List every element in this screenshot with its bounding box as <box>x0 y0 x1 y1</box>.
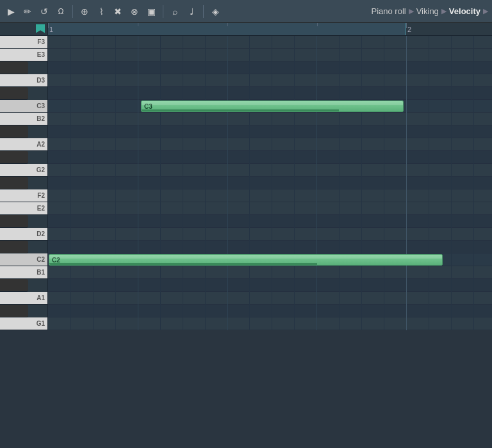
piano-key-Gb2[interactable] <box>0 177 28 189</box>
timeline-spacer <box>0 23 48 35</box>
breadcrumb-pianoroll[interactable]: Piano roll <box>371 6 406 16</box>
piano-key-Bb2[interactable] <box>0 125 28 138</box>
piano-key-Ab1[interactable] <box>0 305 28 317</box>
v-grid-sub <box>361 36 362 330</box>
piano-key-label-A1: A1 <box>37 294 45 301</box>
piano-key-label-D3: D3 <box>37 77 45 84</box>
piano-key-Bb1[interactable] <box>0 279 28 292</box>
v-grid-sub <box>205 36 206 330</box>
mute-icon[interactable]: ✖ <box>111 4 125 19</box>
v-grid-sub <box>451 36 452 330</box>
bar2-label: 2 <box>407 23 411 35</box>
piano-key-A2[interactable]: A2 <box>0 138 47 151</box>
piano-key-label-C2: C2 <box>37 256 45 263</box>
v-grid-bar <box>406 36 407 330</box>
piano-key-label-A2: A2 <box>37 141 45 148</box>
piano-key-label-F3: F3 <box>37 38 45 45</box>
piano-key-C3[interactable]: C3 <box>0 100 47 113</box>
piano-key-B1[interactable]: B1 <box>0 266 47 279</box>
piano-key-label-F2: F2 <box>37 192 45 199</box>
v-grid-sub <box>384 36 384 330</box>
note-c2-velocity <box>49 263 317 265</box>
v-grid-sub <box>93 36 94 330</box>
piano-key-E3[interactable]: E3 <box>0 49 47 61</box>
piano-key-D2[interactable]: D2 <box>0 228 47 241</box>
timeline: 1 2 <box>0 23 492 36</box>
piano-keyboard: F3E3D3C3B2A2G2F2E2D2C2B1A1G1 <box>0 36 48 330</box>
v-grid-sub <box>70 36 71 330</box>
sep3 <box>203 5 204 18</box>
breadcrumb-arrow3: ▶ <box>483 7 488 15</box>
note-c3-velocity <box>142 109 339 111</box>
piano-key-F3[interactable]: F3 <box>0 36 47 49</box>
piano-key-label-E3: E3 <box>37 51 45 58</box>
playhead-marker <box>36 24 45 33</box>
loop-icon[interactable]: ↺ <box>37 4 51 19</box>
piano-key-label-B2: B2 <box>37 115 45 122</box>
v-grid-sub <box>183 36 183 330</box>
breadcrumb-instrument[interactable]: Viking <box>416 6 439 16</box>
piano-key-C2[interactable]: C2 <box>0 253 47 266</box>
v-grid-beat <box>227 36 228 330</box>
breadcrumb-arrow2: ▶ <box>441 7 447 15</box>
v-grid-sub <box>294 36 295 330</box>
v-grid-sub <box>473 36 474 330</box>
piano-key-label-C3: C3 <box>37 102 45 109</box>
piano-key-E2[interactable]: E2 <box>0 202 47 215</box>
piano-key-D3[interactable]: D3 <box>0 74 47 87</box>
piano-key-G1[interactable]: G1 <box>0 317 47 330</box>
note-c3[interactable]: C3 <box>141 100 404 112</box>
sep1 <box>72 5 73 18</box>
grid-area[interactable]: C3C2 <box>48 36 492 330</box>
v-grid-beat <box>138 36 138 330</box>
v-grid-sub <box>115 36 116 330</box>
strum-icon[interactable]: ⌇ <box>94 4 108 19</box>
v-grid-sub <box>249 36 250 330</box>
snap-icon[interactable]: Ω <box>54 4 68 19</box>
v-grid-sub <box>272 36 272 330</box>
note-c3-label: C3 <box>144 103 152 110</box>
bar1-line <box>48 23 49 28</box>
piano-key-B2[interactable]: B2 <box>0 113 47 125</box>
piano-key-label-G2: G2 <box>37 166 45 173</box>
sep2 <box>163 5 163 18</box>
piano-key-label-G1: G1 <box>37 320 45 327</box>
beat1-line <box>138 23 138 26</box>
beat2-line <box>227 23 228 26</box>
pointer-icon[interactable]: ▶ <box>4 4 18 19</box>
breadcrumb-velocity[interactable]: Velocity <box>449 6 480 16</box>
note-c2[interactable]: C2 <box>49 254 443 266</box>
main-area: F3E3D3C3B2A2G2F2E2D2C2B1A1G1 C3C2 <box>0 36 492 448</box>
pencil-icon[interactable]: ✏ <box>20 4 35 19</box>
piano-key-Db2[interactable] <box>0 241 28 253</box>
piano-key-G2[interactable]: G2 <box>0 164 47 177</box>
piano-key-Eb2[interactable] <box>0 215 28 228</box>
piano-key-Db3[interactable] <box>0 87 28 100</box>
piano-roll: 1 2 F3E3D3C3B2A2G2F2E2D2C2B1A1G1 C3C2 <box>0 23 492 448</box>
zoom-icon[interactable]: ⌕ <box>168 4 182 19</box>
piano-key-A1[interactable]: A1 <box>0 292 47 305</box>
v-grid-sub <box>429 36 429 330</box>
select-icon[interactable]: ▣ <box>144 4 158 19</box>
v-grid-beat <box>316 36 317 330</box>
piano-key-Eb3[interactable] <box>0 61 28 74</box>
metro-icon[interactable]: ♩ <box>184 4 199 19</box>
stamp-icon[interactable]: ⊗ <box>127 4 142 19</box>
piano-key-label-B1: B1 <box>37 269 45 276</box>
piano-key-F2[interactable]: F2 <box>0 189 47 202</box>
v-grid-sub <box>160 36 161 330</box>
note-c2-label: C2 <box>52 257 60 264</box>
breadcrumb-arrow1: ▶ <box>409 7 414 15</box>
timeline-ruler[interactable]: 1 2 <box>48 23 492 35</box>
bar1-label: 1 <box>49 23 53 35</box>
toolbar: ▶ ✏ ↺ Ω ⊕ ⌇ ✖ ⊗ ▣ ⌕ ♩ ◈ Piano roll ▶ Vik… <box>0 0 492 23</box>
beat3-line <box>317 23 318 26</box>
bar2-line <box>406 23 407 28</box>
piano-key-label-E2: E2 <box>37 205 45 212</box>
piano-key-Ab2[interactable] <box>0 151 28 164</box>
piano-key-label-D2: D2 <box>37 230 45 237</box>
v-grid-sub <box>339 36 340 330</box>
breadcrumb: Piano roll ▶ Viking ▶ Velocity ▶ <box>371 6 488 16</box>
magnet-icon[interactable]: ⊕ <box>78 4 92 19</box>
speaker-icon[interactable]: ◈ <box>208 4 222 19</box>
